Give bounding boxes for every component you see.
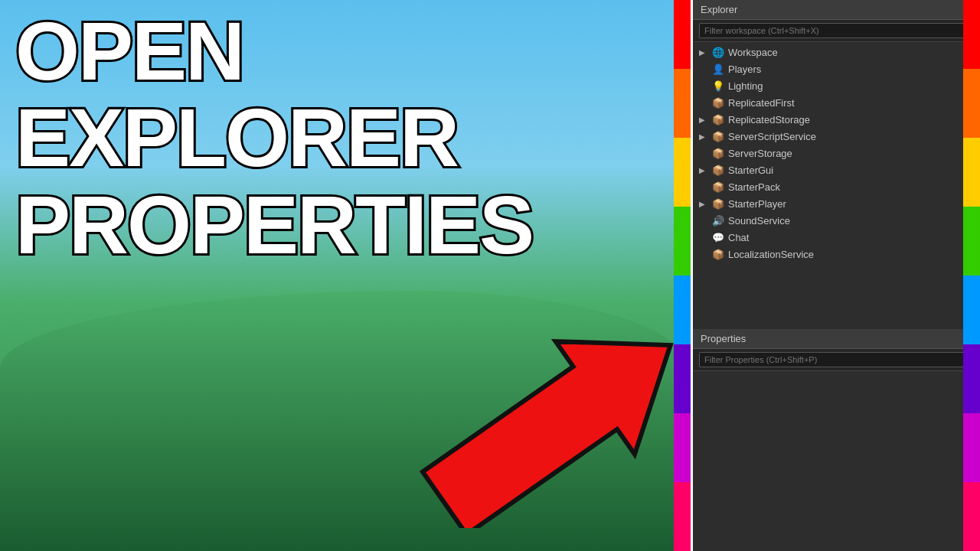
item-label-localization-service: LocalizationService [728, 249, 974, 260]
rainbow-red [674, 0, 691, 69]
item-icon-localization-service: 📦 [711, 247, 725, 261]
item-icon-workspace: 🌐 [711, 45, 725, 59]
rainbow-strip-right [963, 0, 980, 551]
overlay-line1: OPEN [15, 8, 533, 94]
explorer-header: Explorer ⊡ [693, 0, 980, 20]
item-icon-chat: 💬 [711, 230, 725, 244]
rainbow-violet [674, 413, 691, 482]
tree-item-server-script-service[interactable]: ▶📦ServerScriptService [693, 128, 980, 145]
item-icon-starter-gui: 📦 [711, 163, 725, 177]
rainbow-orange [674, 69, 691, 138]
item-icon-starter-player: 📦 [711, 197, 725, 210]
item-icon-starter-pack: 📦 [711, 180, 725, 194]
item-label-starter-pack: StarterPack [728, 181, 974, 193]
item-label-replicated-storage: ReplicatedStorage [728, 114, 974, 126]
item-label-starter-player: StarterPlayer [728, 198, 974, 210]
item-icon-server-script-service: 📦 [711, 129, 725, 143]
item-label-server-storage: ServerStorage [728, 148, 974, 159]
chevron-icon-starter-gui: ▶ [699, 166, 708, 174]
rainbow-strip [674, 0, 691, 551]
properties-header: Properties ⊡ [693, 329, 980, 349]
properties-panel: Properties ⊡ [693, 329, 980, 551]
item-label-players: Players [728, 64, 974, 75]
tree-item-server-storage[interactable]: 📦ServerStorage [693, 145, 980, 161]
chevron-icon-server-script-service: ▶ [699, 132, 708, 141]
chevron-icon-starter-player: ▶ [699, 200, 708, 208]
properties-content [693, 371, 980, 551]
explorer-title: Explorer [701, 4, 737, 15]
rainbow-indigo [674, 344, 691, 413]
item-label-starter-gui: StarterGui [728, 165, 974, 176]
explorer-filter-input[interactable] [699, 23, 974, 38]
tree-item-players[interactable]: 👤Players [693, 60, 980, 77]
item-icon-replicated-first: 📦 [711, 96, 725, 109]
explorer-panel: Explorer ⊡ ▶🌐Workspace👤Players💡Lighting📦… [693, 0, 980, 329]
properties-filter-bar [693, 349, 980, 371]
tree-item-starter-player[interactable]: ▶📦StarterPlayer [693, 195, 980, 212]
tree-item-lighting[interactable]: 💡Lighting [693, 77, 980, 94]
chevron-icon-workspace: ▶ [699, 48, 708, 57]
svg-marker-0 [405, 329, 710, 528]
tree-item-sound-service[interactable]: 🔊SoundService [693, 212, 980, 229]
tree-item-replicated-first[interactable]: 📦ReplicatedFirst [693, 94, 980, 111]
item-icon-replicated-storage: 📦 [711, 112, 725, 126]
chevron-icon-replicated-storage: ▶ [699, 116, 708, 124]
item-icon-lighting: 💡 [711, 79, 725, 93]
item-icon-server-storage: 📦 [711, 146, 725, 160]
item-label-replicated-first: ReplicatedFirst [728, 97, 974, 109]
overlay-text: OPEN EXPLORER PROPERTIES [15, 8, 533, 268]
explorer-tree-list: ▶🌐Workspace👤Players💡Lighting📦ReplicatedF… [693, 42, 980, 329]
tree-item-replicated-storage[interactable]: ▶📦ReplicatedStorage [693, 111, 980, 128]
tree-item-starter-gui[interactable]: ▶📦StarterGui [693, 161, 980, 178]
item-label-sound-service: SoundService [728, 215, 974, 227]
rainbow-blue [674, 276, 691, 344]
rainbow-green [674, 207, 691, 276]
tree-item-workspace[interactable]: ▶🌐Workspace [693, 44, 980, 60]
item-label-workspace: Workspace [728, 47, 974, 58]
item-icon-sound-service: 🔊 [711, 214, 725, 227]
overlay-line2: EXPLORER [15, 94, 533, 181]
explorer-filter-bar [693, 20, 980, 42]
properties-title: Properties [701, 333, 746, 344]
rainbow-yellow [674, 138, 691, 207]
item-label-chat: Chat [728, 232, 974, 243]
tree-item-chat[interactable]: 💬Chat [693, 229, 980, 246]
tree-item-localization-service[interactable]: 📦LocalizationService [693, 246, 980, 262]
item-label-server-script-service: ServerScriptService [728, 131, 974, 142]
item-label-lighting: Lighting [728, 80, 974, 92]
properties-filter-input[interactable] [699, 352, 974, 367]
tree-item-starter-pack[interactable]: 📦StarterPack [693, 178, 980, 195]
overlay-line3: PROPERTIES [15, 181, 533, 268]
rainbow-pink [674, 482, 691, 551]
item-icon-players: 👤 [711, 62, 725, 76]
